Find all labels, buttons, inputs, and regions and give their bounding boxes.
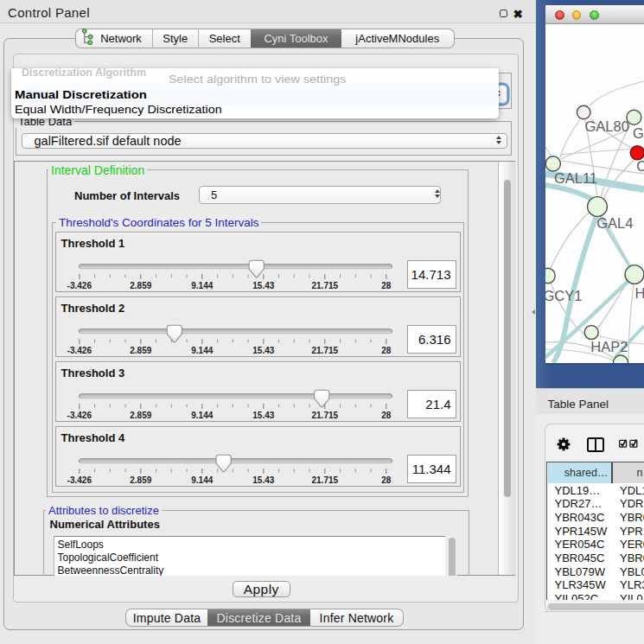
svg-text:21.715: 21.715 [311,346,338,355]
svg-text:21.715: 21.715 [311,411,338,420]
svg-text:GCY1: GCY1 [545,288,582,303]
svg-text:9.144: 9.144 [191,475,213,485]
svg-text:15.43: 15.43 [252,281,274,290]
svg-text:-3.426: -3.426 [67,346,92,355]
svg-text:HAP2: HAP2 [590,339,628,354]
svg-text:9.144: 9.144 [191,346,213,355]
svg-text:15.43: 15.43 [252,346,274,355]
svg-text:-3.426: -3.426 [67,281,92,290]
svg-text:2.859: 2.859 [130,281,151,290]
svg-text:-3.426: -3.426 [67,475,92,485]
svg-text:28: 28 [381,411,392,420]
svg-text:GAL11: GAL11 [554,170,597,186]
svg-text:21.715: 21.715 [311,475,338,485]
svg-text:2.859: 2.859 [130,475,151,485]
svg-text:15.43: 15.43 [252,411,274,420]
svg-text:28: 28 [381,475,392,485]
svg-text:GAL4: GAL4 [596,215,633,231]
svg-text:28: 28 [381,281,392,290]
svg-text:2.859: 2.859 [130,411,151,420]
svg-text:GAL3: GAL3 [633,125,644,141]
svg-text:15.43: 15.43 [252,475,274,485]
svg-text:9.144: 9.144 [191,281,213,290]
svg-text:HI: HI [635,285,644,301]
svg-text:CD: CD [636,158,644,174]
svg-text:-3.426: -3.426 [67,411,92,420]
svg-text:28: 28 [381,346,392,355]
svg-text:21.715: 21.715 [311,281,338,290]
svg-text:2.859: 2.859 [130,346,151,355]
svg-text:9.144: 9.144 [191,411,213,420]
svg-text:GAL80: GAL80 [585,118,629,134]
